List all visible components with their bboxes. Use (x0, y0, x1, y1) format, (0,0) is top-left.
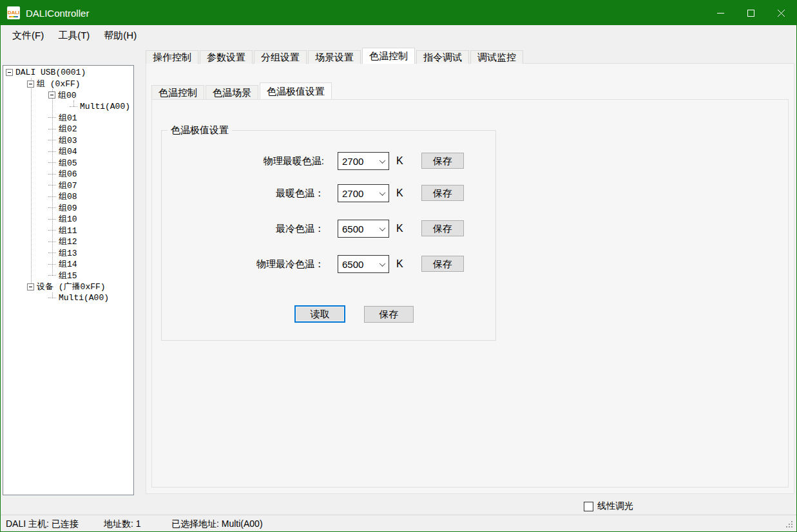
titlebar: DALI DALIController (1, 1, 796, 25)
tree-item[interactable]: 组10 (3, 214, 133, 225)
tree-item-label: 组 (0xFF) (37, 78, 81, 90)
tree-item[interactable]: 组14 (3, 259, 133, 271)
close-icon (778, 10, 785, 17)
tree-expander-icon[interactable] (48, 91, 55, 99)
main-tab-scene-settings[interactable]: 场景设置 (308, 50, 361, 64)
save-button-warmest[interactable]: 保存 (421, 185, 464, 201)
combo-value-coolest: 6500 (338, 223, 376, 234)
menu-item-help[interactable]: 帮助(H) (97, 26, 144, 45)
tree-connector (48, 298, 56, 298)
status-selected-address: 已选择地址: Multi(A00) (171, 518, 263, 530)
tree-connector (48, 252, 56, 253)
chevron-down-icon[interactable] (376, 191, 389, 196)
main-tab-strip: 操作控制参数设置分组设置场景设置色温控制指令调试调试监控 (146, 49, 524, 64)
tree-item[interactable]: 组09 (3, 202, 133, 214)
form-row-warmest: 最暖色温：2700K保存 (162, 184, 495, 202)
minimize-icon (717, 10, 724, 17)
tree-expander-icon[interactable] (27, 81, 34, 88)
form-label-physical-warmest: 物理最暖色温: (162, 152, 324, 170)
app-icon: DALI (7, 6, 20, 19)
chevron-down-icon[interactable] (376, 159, 389, 164)
tree-item[interactable]: 组03 (3, 135, 133, 146)
tree-item-label: 组07 (59, 180, 77, 191)
main-tab-command-debug[interactable]: 指令调试 (416, 50, 469, 64)
groupbox-title: 色温极值设置 (168, 124, 232, 137)
combo-select-warmest[interactable]: 2700 (338, 184, 389, 202)
save-button-coolest[interactable]: 保存 (421, 220, 464, 236)
sub-tab-cct-scene[interactable]: 色温场景 (206, 85, 258, 99)
tree-item[interactable]: 组15 (3, 270, 133, 281)
sub-tab-cct-control[interactable]: 色温控制 (151, 85, 204, 99)
menu-item-file[interactable]: 文件(F) (5, 26, 51, 45)
tree-item-label: 组02 (59, 123, 77, 135)
combo-select-physical-coolest[interactable]: 6500 (338, 255, 389, 273)
combo-value-physical-coolest: 6500 (338, 259, 376, 270)
tree-connector (48, 162, 56, 163)
tree-item-label: 设备 (广播0xFF) (37, 281, 106, 292)
main-tab-grouping-settings[interactable]: 分组设置 (254, 50, 307, 64)
menubar: 文件(F)工具(T)帮助(H) (1, 25, 796, 46)
content-area: DALI USB(0001)组 (0xFF)组00Multi(A00)组01组0… (1, 46, 796, 531)
tree-connector (48, 196, 56, 197)
maximize-button[interactable] (736, 1, 766, 25)
combo-select-physical-warmest[interactable]: 2700 (338, 152, 389, 170)
close-button[interactable] (766, 1, 796, 25)
chevron-down-icon[interactable] (376, 227, 389, 231)
tree-item[interactable]: 组08 (3, 191, 133, 203)
tree-connector (48, 219, 56, 220)
status-address-count: 地址数: 1 (104, 518, 141, 530)
tree-connector (48, 140, 56, 140)
tree-item[interactable]: 组11 (3, 225, 133, 236)
unit-label-physical-coolest: K (396, 255, 403, 273)
status-host-connection: DALI 主机: 已连接 (6, 518, 79, 530)
tree-connector (48, 185, 56, 185)
tree-item-label: DALI USB(0001) (15, 68, 86, 77)
tree-item[interactable]: 组 (0xFF) (3, 79, 133, 90)
sub-tab-strip: 色温控制色温场景色温极值设置 (151, 84, 333, 99)
chevron-down-icon[interactable] (376, 262, 389, 267)
linear-dimming-checkbox[interactable]: 线性调光 (584, 500, 633, 512)
minimize-button[interactable] (706, 1, 736, 25)
tree-item[interactable]: 组05 (3, 157, 133, 169)
tree-item[interactable]: 组06 (3, 169, 133, 180)
tree-item[interactable]: Multi(A00) (3, 101, 133, 113)
tree-item[interactable]: 组04 (3, 146, 133, 158)
tree-expander-icon[interactable] (6, 69, 13, 76)
tree-item[interactable]: Multi(A00) (3, 292, 133, 304)
combo-value-warmest: 2700 (338, 188, 376, 199)
sub-tab-cct-limit-settings[interactable]: 色温极值设置 (260, 82, 332, 99)
tree-item[interactable]: 组12 (3, 236, 133, 248)
tree-item[interactable]: 组13 (3, 247, 133, 259)
combo-value-physical-warmest: 2700 (338, 156, 376, 167)
main-tab-cct-control[interactable]: 色温控制 (362, 48, 415, 64)
main-tab-debug-monitor[interactable]: 调试监控 (470, 50, 523, 64)
tree-item[interactable]: 设备 (广播0xFF) (3, 281, 133, 293)
main-tab-parameter-settings[interactable]: 参数设置 (200, 50, 253, 64)
tree-item[interactable]: 组02 (3, 124, 133, 135)
tree-item[interactable]: 组00 (3, 90, 133, 101)
tree-item-label: Multi(A00) (59, 293, 109, 303)
checkbox-icon[interactable] (584, 502, 593, 511)
tree-connector (48, 129, 56, 129)
tree-item-label: 组06 (59, 168, 77, 180)
save-button-physical-warmest[interactable]: 保存 (421, 153, 464, 169)
resize-grip[interactable] (786, 521, 794, 529)
form-label-warmest: 最暖色温： (162, 184, 324, 202)
tree-connector (48, 264, 56, 265)
tree-item-label: Multi(A00) (80, 102, 130, 111)
tree-expander-icon[interactable] (27, 283, 34, 290)
menu-item-tools[interactable]: 工具(T) (51, 26, 97, 45)
main-tab-operation-control[interactable]: 操作控制 (146, 50, 198, 64)
combo-select-coolest[interactable]: 6500 (338, 220, 389, 238)
read-button[interactable]: 读取 (294, 305, 345, 323)
cct-limit-settings-page: 色温极值设置 读取 保存 物理最暖色温:2700K保存最暖色温：2700K保存最… (151, 99, 789, 488)
app-icon-text: DALI (8, 10, 20, 15)
save-button-physical-coolest[interactable]: 保存 (421, 256, 464, 272)
tree-item[interactable]: 组07 (3, 180, 133, 191)
tree-item[interactable]: DALI USB(0001) (3, 67, 133, 79)
chevron-glyph (379, 157, 385, 164)
tree-item[interactable]: 组01 (3, 112, 133, 124)
tree-item-label: 组04 (59, 146, 77, 157)
unit-label-warmest: K (396, 184, 403, 202)
save-all-button[interactable]: 保存 (364, 306, 414, 323)
